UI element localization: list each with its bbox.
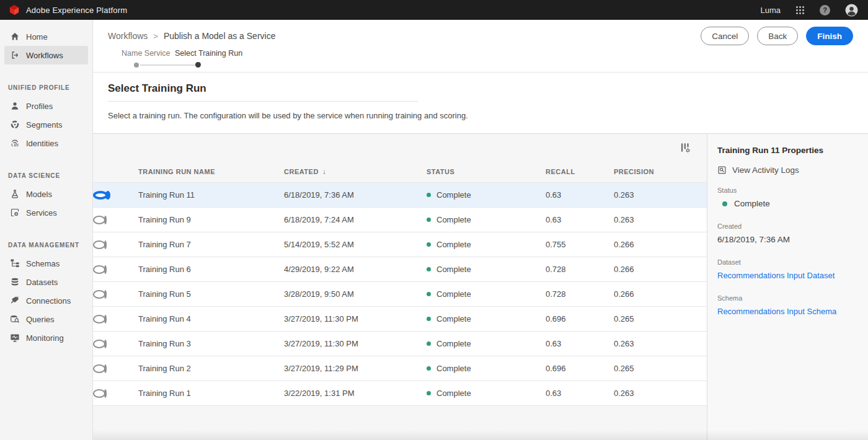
training-run-table: TRAINING RUN NAME CREATED↓ STATUS RECALL… — [93, 134, 707, 440]
column-header-training-run-name[interactable]: TRAINING RUN NAME — [130, 168, 284, 175]
column-header-recall[interactable]: RECALL — [546, 168, 614, 175]
connections-icon — [9, 296, 20, 306]
step-select-training-run-label: Select Training Run — [175, 49, 242, 58]
avatar[interactable] — [845, 4, 858, 17]
cell-precision: 0.266 — [614, 240, 707, 249]
cell-recall: 0.696 — [546, 314, 614, 323]
datasets-icon — [9, 277, 20, 288]
status-dot-icon — [427, 292, 431, 296]
row-radio[interactable] — [105, 191, 110, 200]
identities-icon — [9, 138, 20, 149]
cell-training-run-name: Training Run 11 — [130, 190, 284, 200]
step-dot-visited — [134, 63, 139, 68]
table-row[interactable]: Training Run 3 3/27/2019, 11:30 PM Compl… — [93, 332, 707, 356]
cell-recall: 0.63 — [546, 339, 614, 348]
activity-logs-icon — [717, 165, 727, 175]
prop-created-value: 6/18/2019, 7:36 AM — [717, 235, 858, 244]
cell-precision: 0.263 — [614, 215, 707, 224]
status-dot-icon — [427, 391, 431, 395]
row-radio[interactable] — [104, 265, 107, 274]
sidebar-item-home[interactable]: Home — [4, 27, 88, 46]
breadcrumb-workflows-link[interactable]: Workflows — [108, 31, 148, 41]
sidebar-item-monitoring[interactable]: Monitoring — [4, 328, 88, 347]
cell-training-run-name: Training Run 7 — [130, 240, 284, 249]
cell-status: Complete — [427, 240, 546, 249]
breadcrumb-separator: > — [153, 32, 158, 41]
page-title: Select Training Run — [108, 82, 853, 95]
cell-training-run-name: Training Run 2 — [130, 364, 284, 373]
status-dot-icon — [722, 201, 727, 206]
org-switcher[interactable]: Luma — [760, 6, 781, 15]
sidebar-item-services[interactable]: Services — [4, 203, 88, 222]
row-radio[interactable] — [104, 240, 107, 249]
app-grid-icon[interactable] — [795, 6, 805, 15]
cell-training-run-name: Training Run 9 — [130, 215, 284, 224]
step-intro: Select Training Run Select a training ru… — [93, 73, 868, 133]
cell-created: 3/28/2019, 9:50 AM — [284, 289, 427, 299]
column-header-status[interactable]: STATUS — [427, 168, 546, 175]
sidebar-item-workflows[interactable]: Workflows — [4, 46, 88, 64]
monitoring-icon — [9, 333, 20, 343]
sidebar-item-models[interactable]: Models — [4, 185, 88, 203]
sidebar-item-profiles[interactable]: Profiles — [4, 97, 88, 115]
properties-panel: Training Run 11 Properties View Activity… — [707, 134, 868, 440]
sidebar-item-identities[interactable]: Identities — [4, 134, 88, 152]
cell-created: 3/27/2019, 11:30 PM — [284, 314, 427, 323]
cell-recall: 0.63 — [546, 190, 614, 200]
table-row[interactable]: Training Run 5 3/28/2019, 9:50 AM Comple… — [93, 282, 707, 307]
cell-status: Complete — [427, 314, 546, 323]
column-header-precision[interactable]: PRECISION — [614, 168, 707, 175]
row-radio[interactable] — [104, 290, 107, 299]
cell-created: 3/27/2019, 11:29 PM — [284, 364, 427, 373]
cell-precision: 0.263 — [614, 190, 707, 200]
column-settings-icon[interactable] — [680, 143, 691, 153]
sidebar-item-queries[interactable]: Queries — [4, 310, 88, 328]
sidebar-item-segments[interactable]: Segments — [4, 115, 88, 134]
table-row[interactable]: Training Run 9 6/18/2019, 7:24 AM Comple… — [93, 208, 707, 232]
step-dot-current — [195, 62, 201, 68]
view-activity-logs-button[interactable]: View Activity Logs — [717, 165, 858, 175]
cell-recall: 0.63 — [546, 389, 614, 398]
row-radio[interactable] — [104, 315, 107, 323]
sidebar-item-connections[interactable]: Connections — [4, 291, 88, 310]
table-header-row: TRAINING RUN NAME CREATED↓ STATUS RECALL… — [93, 161, 707, 182]
cancel-button[interactable]: Cancel — [701, 27, 749, 45]
status-dot-icon — [427, 267, 431, 271]
cell-created: 6/18/2019, 7:36 AM — [284, 190, 427, 200]
adobe-logo-icon — [9, 4, 20, 15]
table-body: Training Run 11 6/18/2019, 7:36 AM Compl… — [93, 182, 707, 406]
prop-status: Status Complete — [717, 187, 858, 208]
breadcrumb-current: Publish a Model as a Service — [164, 31, 276, 41]
row-radio[interactable] — [104, 389, 107, 398]
table-row[interactable]: Training Run 1 3/22/2019, 1:31 PM Comple… — [93, 381, 707, 406]
cell-created: 4/29/2019, 9:22 AM — [284, 265, 427, 274]
table-row[interactable]: Training Run 7 5/14/2019, 5:52 AM Comple… — [93, 232, 707, 257]
cell-training-run-name: Training Run 5 — [130, 289, 284, 299]
segments-icon — [9, 120, 20, 130]
row-radio[interactable] — [104, 216, 107, 224]
models-icon — [9, 189, 20, 200]
row-radio[interactable] — [104, 364, 107, 373]
cell-precision: 0.266 — [614, 265, 707, 274]
finish-button[interactable]: Finish — [806, 27, 853, 45]
sidebar-item-datasets[interactable]: Datasets — [4, 273, 88, 291]
table-row[interactable]: Training Run 2 3/27/2019, 11:29 PM Compl… — [93, 356, 707, 381]
prop-created-label: Created — [717, 222, 858, 230]
cell-recall: 0.728 — [546, 289, 614, 299]
main-content: Workflows > Publish a Model as a Service… — [93, 20, 868, 440]
back-button[interactable]: Back — [757, 27, 798, 45]
cell-training-run-name: Training Run 1 — [130, 389, 284, 398]
table-row[interactable]: Training Run 11 6/18/2019, 7:36 AM Compl… — [93, 183, 707, 208]
schema-link[interactable]: Recommendations Input Schema — [717, 307, 858, 316]
properties-title: Training Run 11 Properties — [717, 146, 858, 155]
dataset-link[interactable]: Recommendations Input Dataset — [717, 271, 858, 280]
cell-status: Complete — [427, 215, 546, 224]
help-icon[interactable]: ? — [820, 5, 830, 15]
table-row[interactable]: Training Run 4 3/27/2019, 11:30 PM Compl… — [93, 307, 707, 332]
services-icon — [9, 208, 20, 218]
wizard-steps: Name Service Select Training Run — [108, 46, 853, 72]
row-radio[interactable] — [104, 340, 107, 348]
column-header-created[interactable]: CREATED↓ — [284, 167, 427, 176]
sidebar-item-schemas[interactable]: Schemas — [4, 254, 88, 273]
table-row[interactable]: Training Run 6 4/29/2019, 9:22 AM Comple… — [93, 257, 707, 282]
